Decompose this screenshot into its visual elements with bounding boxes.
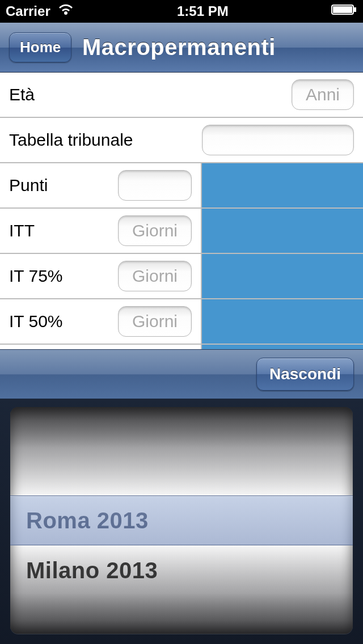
status-left: Carrier	[6, 3, 74, 19]
page-title: Macropermanenti	[82, 35, 276, 60]
row-tribunale: Tabella tribunale	[0, 118, 363, 163]
punti-input[interactable]	[118, 170, 192, 201]
row-eta: Età Anni	[0, 73, 363, 118]
picker-toolbar: Nascondi	[0, 349, 363, 399]
status-right	[331, 3, 357, 19]
svg-rect-1	[333, 6, 352, 13]
clock: 1:51 PM	[74, 3, 331, 19]
row-it50: IT 50% Giorni	[0, 299, 363, 345]
it50-placeholder: Giorni	[132, 312, 178, 331]
eta-placeholder: Anni	[306, 85, 340, 104]
carrier-label: Carrier	[6, 3, 50, 19]
battery-icon	[331, 3, 357, 19]
wifi-icon	[57, 3, 74, 19]
home-button[interactable]: Home	[9, 32, 71, 62]
picker-option-selected[interactable]: Roma 2013	[10, 495, 353, 545]
itt-result	[201, 209, 363, 253]
eta-input[interactable]: Anni	[292, 79, 354, 110]
row-itt: ITT Giorni	[0, 209, 363, 254]
itt-placeholder: Giorni	[132, 221, 178, 240]
punti-result	[201, 163, 363, 207]
row-punti: Punti	[0, 163, 363, 209]
hide-button[interactable]: Nascondi	[256, 358, 354, 391]
it50-input[interactable]: Giorni	[118, 306, 192, 337]
picker-frame: Roma 2013 Milano 2013	[0, 399, 363, 644]
picker-shade-top	[10, 407, 353, 498]
it75-result	[201, 254, 363, 298]
picker-wheel[interactable]: Roma 2013 Milano 2013	[10, 407, 353, 634]
nav-bar: Home Macropermanenti	[0, 23, 363, 73]
status-bar: Carrier 1:51 PM	[0, 0, 363, 23]
eta-label: Età	[9, 85, 35, 104]
it50-label: IT 50%	[9, 312, 63, 331]
it75-label: IT 75%	[9, 266, 63, 286]
row-it75: IT 75% Giorni	[0, 254, 363, 299]
svg-rect-2	[354, 7, 356, 12]
itt-input[interactable]: Giorni	[118, 215, 192, 246]
tribunale-input[interactable]	[202, 125, 354, 155]
it75-placeholder: Giorni	[132, 266, 178, 286]
picker-option[interactable]: Milano 2013	[10, 545, 353, 595]
punti-label: Punti	[9, 176, 48, 195]
tribunale-label: Tabella tribunale	[9, 130, 133, 150]
itt-label: ITT	[9, 221, 35, 240]
it75-input[interactable]: Giorni	[118, 261, 192, 291]
content-area: Età Anni Tabella tribunale Punti ITT Gio…	[0, 73, 363, 644]
it50-result	[201, 299, 363, 344]
